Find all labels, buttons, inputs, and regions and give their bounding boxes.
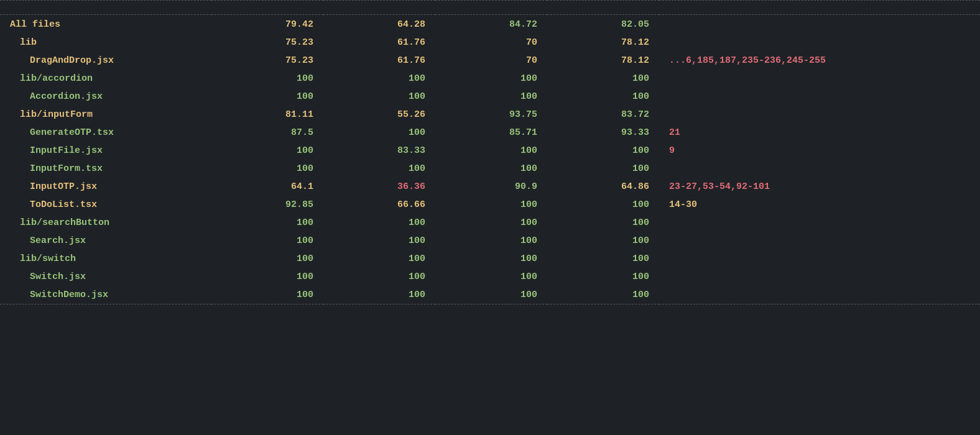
cell-lines: 82.05	[547, 16, 659, 34]
table-row: lib/accordion100100100100	[0, 70, 980, 88]
table-row: GenerateOTP.tsx87.510085.7193.3321	[0, 124, 980, 142]
col-header-uncovered	[659, 2, 980, 15]
table-row: DragAndDrop.jsx75.2361.767078.12...6,185…	[0, 52, 980, 70]
cell-file: lib/searchButton	[0, 214, 211, 232]
table-row: InputFile.jsx10083.331001009	[0, 142, 980, 160]
cell-branch: 100	[323, 124, 435, 142]
table-row: Accordion.jsx100100100100	[0, 88, 980, 106]
bottom-divider	[0, 304, 980, 306]
cell-branch: 83.33	[323, 142, 435, 160]
cell-funcs: 100	[435, 286, 547, 304]
cell-file: lib	[0, 34, 211, 52]
col-header-stmts	[211, 2, 323, 15]
cell-file: lib/inputForm	[0, 106, 211, 124]
cell-branch: 36.36	[323, 178, 435, 196]
cell-lines: 78.12	[547, 34, 659, 52]
col-header-file	[0, 2, 211, 15]
cell-file: InputForm.tsx	[0, 160, 211, 178]
cell-uncovered	[659, 250, 980, 268]
table-row: Search.jsx100100100100	[0, 232, 980, 250]
cell-branch: 64.28	[323, 16, 435, 34]
cell-lines: 100	[547, 268, 659, 286]
cell-branch: 100	[323, 268, 435, 286]
cell-file: All files	[0, 16, 211, 34]
cell-file: lib/switch	[0, 250, 211, 268]
cell-funcs: 100	[435, 196, 547, 214]
cell-uncovered	[659, 106, 980, 124]
cell-branch: 100	[323, 70, 435, 88]
cell-funcs: 90.9	[435, 178, 547, 196]
cell-branch: 55.26	[323, 106, 435, 124]
cell-lines: 64.86	[547, 178, 659, 196]
cell-branch: 100	[323, 88, 435, 106]
col-header-branch	[323, 2, 435, 15]
cell-uncovered	[659, 160, 980, 178]
cell-lines: 100	[547, 250, 659, 268]
cell-funcs: 100	[435, 214, 547, 232]
cell-branch: 100	[323, 286, 435, 304]
cell-uncovered	[659, 232, 980, 250]
cell-funcs: 100	[435, 142, 547, 160]
cell-stmts: 100	[211, 250, 323, 268]
cell-branch: 100	[323, 232, 435, 250]
cell-stmts: 100	[211, 88, 323, 106]
cell-uncovered: 23-27,53-54,92-101	[659, 178, 980, 196]
cell-lines: 100	[547, 214, 659, 232]
cell-branch: 61.76	[323, 34, 435, 52]
cell-funcs: 100	[435, 160, 547, 178]
cell-lines: 100	[547, 88, 659, 106]
cell-stmts: 100	[211, 160, 323, 178]
cell-lines: 78.12	[547, 52, 659, 70]
cell-stmts: 100	[211, 214, 323, 232]
cell-file: InputOTP.jsx	[0, 178, 211, 196]
cell-stmts: 100	[211, 142, 323, 160]
cell-funcs: 70	[435, 34, 547, 52]
cell-lines: 100	[547, 70, 659, 88]
col-header-lines	[547, 2, 659, 15]
cell-funcs: 85.71	[435, 124, 547, 142]
cell-stmts: 79.42	[211, 16, 323, 34]
cell-uncovered: 9	[659, 142, 980, 160]
cell-lines: 100	[547, 142, 659, 160]
cell-lines: 100	[547, 286, 659, 304]
cell-uncovered	[659, 70, 980, 88]
cell-branch: 66.66	[323, 196, 435, 214]
cell-stmts: 100	[211, 268, 323, 286]
cell-file: lib/accordion	[0, 70, 211, 88]
cell-funcs: 100	[435, 88, 547, 106]
cell-funcs: 100	[435, 70, 547, 88]
cell-uncovered: 21	[659, 124, 980, 142]
cell-uncovered	[659, 286, 980, 304]
cell-file: Switch.jsx	[0, 268, 211, 286]
cell-uncovered: 14-30	[659, 196, 980, 214]
cell-file: Accordion.jsx	[0, 88, 211, 106]
cell-stmts: 100	[211, 286, 323, 304]
table-header	[0, 2, 980, 15]
cell-lines: 83.72	[547, 106, 659, 124]
cell-lines: 93.33	[547, 124, 659, 142]
cell-stmts: 100	[211, 70, 323, 88]
col-header-funcs	[435, 2, 547, 15]
cell-funcs: 100	[435, 250, 547, 268]
cell-stmts: 87.5	[211, 124, 323, 142]
cell-uncovered: ...6,185,187,235-236,245-255	[659, 52, 980, 70]
cell-funcs: 93.75	[435, 106, 547, 124]
cell-lines: 100	[547, 160, 659, 178]
cell-funcs: 100	[435, 232, 547, 250]
cell-uncovered	[659, 16, 980, 34]
cell-stmts: 92.85	[211, 196, 323, 214]
table-row: ToDoList.tsx92.8566.6610010014-30	[0, 196, 980, 214]
table-row: lib/searchButton100100100100	[0, 214, 980, 232]
table-row: lib75.2361.767078.12	[0, 34, 980, 52]
table-row: InputForm.tsx100100100100	[0, 160, 980, 178]
cell-branch: 100	[323, 160, 435, 178]
cell-branch: 61.76	[323, 52, 435, 70]
cell-file: InputFile.jsx	[0, 142, 211, 160]
cell-funcs: 70	[435, 52, 547, 70]
cell-file: GenerateOTP.tsx	[0, 124, 211, 142]
table-row: Switch.jsx100100100100	[0, 268, 980, 286]
table-row: SwitchDemo.jsx100100100100	[0, 286, 980, 304]
cell-lines: 100	[547, 196, 659, 214]
table-row: All files79.4264.2884.7282.05	[0, 16, 980, 34]
cell-uncovered	[659, 214, 980, 232]
